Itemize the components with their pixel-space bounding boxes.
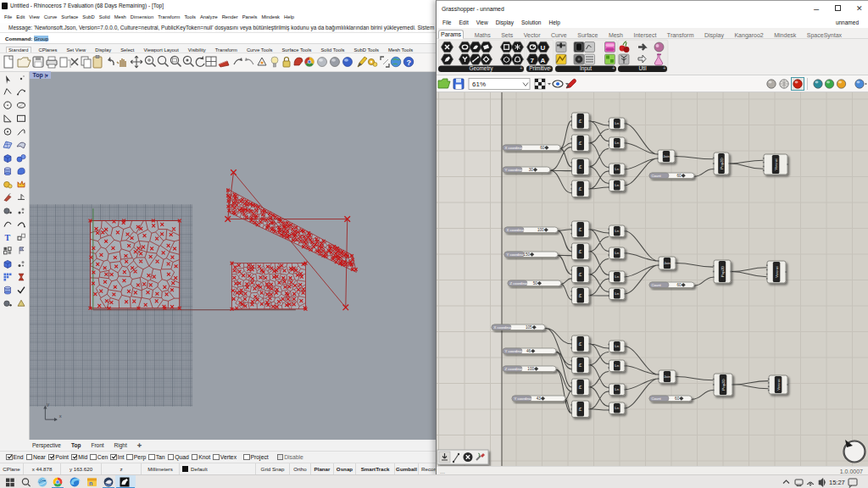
svg-text:X coordinate: X coordinate xyxy=(505,146,526,150)
svg-text:+: + xyxy=(520,65,523,71)
svg-text:60: 60 xyxy=(676,283,682,287)
svg-text:46: 46 xyxy=(526,349,531,353)
svg-text:Ln: Ln xyxy=(615,183,619,187)
svg-text:+: + xyxy=(612,65,615,71)
svg-text:A: A xyxy=(541,57,546,64)
svg-text:Geometry: Geometry xyxy=(469,65,493,72)
svg-text:Voronoi: Voronoi xyxy=(774,158,778,170)
svg-text:n: n xyxy=(89,480,92,486)
svg-text:Ln: Ln xyxy=(615,387,619,391)
svg-text:60: 60 xyxy=(675,396,680,401)
svg-text:Count: Count xyxy=(652,396,662,401)
svg-text:Z coordinate: Z coordinate xyxy=(510,281,531,286)
svg-text:Ln: Ln xyxy=(615,344,619,348)
svg-text:Voronoi: Voronoi xyxy=(776,379,781,391)
svg-text:Ln: Ln xyxy=(615,291,619,296)
svg-text:100: 100 xyxy=(537,228,544,232)
svg-text:100: 100 xyxy=(527,367,534,371)
svg-text:x: x xyxy=(59,413,62,419)
svg-text:60: 60 xyxy=(540,146,545,150)
svg-text:60: 60 xyxy=(676,174,682,178)
svg-text:50: 50 xyxy=(533,281,538,286)
svg-text:Z coordinate: Z coordinate xyxy=(505,367,526,371)
svg-text:Count: Count xyxy=(652,174,662,178)
svg-text:105: 105 xyxy=(526,325,532,330)
svg-text:Util: Util xyxy=(638,65,646,71)
svg-text:X coordinate: X coordinate xyxy=(494,325,515,330)
svg-text:Y coordinate: Y coordinate xyxy=(515,396,535,401)
svg-text:Y coordinate: Y coordinate xyxy=(505,349,526,353)
svg-text:U: U xyxy=(541,44,546,52)
svg-text:Ln: Ln xyxy=(615,363,619,368)
svg-text:Ln: Ln xyxy=(615,141,619,145)
svg-text:Ln: Ln xyxy=(615,229,619,233)
svg-text:Ln: Ln xyxy=(615,251,619,255)
svg-text:Ln: Ln xyxy=(615,167,619,171)
svg-text:61%: 61% xyxy=(472,80,486,88)
svg-text:Input: Input xyxy=(580,65,592,72)
svg-text:30: 30 xyxy=(529,168,534,172)
svg-text:Primitive: Primitive xyxy=(529,65,550,71)
svg-text:Pop2D: Pop2D xyxy=(720,158,724,169)
svg-text:Pop2D: Pop2D xyxy=(721,266,725,277)
svg-text:y: y xyxy=(47,402,49,407)
svg-text:+: + xyxy=(548,65,552,71)
svg-text:Ln: Ln xyxy=(615,274,619,279)
svg-text:Join: Join xyxy=(663,154,669,158)
svg-text:Count: Count xyxy=(652,283,662,287)
svg-text:150: 150 xyxy=(523,252,530,257)
svg-text:X coordinate: X coordinate xyxy=(507,228,527,232)
svg-text:15:27: 15:27 xyxy=(829,479,845,486)
svg-text:Ln: Ln xyxy=(615,406,619,410)
svg-text:43: 43 xyxy=(537,396,542,401)
svg-text:T: T xyxy=(5,233,11,242)
svg-text:Ln: Ln xyxy=(615,121,619,125)
svg-text:7: 7 xyxy=(531,57,535,64)
svg-text:Pop2D: Pop2D xyxy=(721,379,726,390)
svg-text:?: ? xyxy=(407,58,412,67)
svg-text:+: + xyxy=(663,65,666,71)
svg-text:Y coordinate: Y coordinate xyxy=(505,168,526,172)
svg-text:Join: Join xyxy=(664,374,670,379)
svg-text:Voronoi: Voronoi xyxy=(775,266,779,278)
svg-text:Join: Join xyxy=(664,261,670,265)
